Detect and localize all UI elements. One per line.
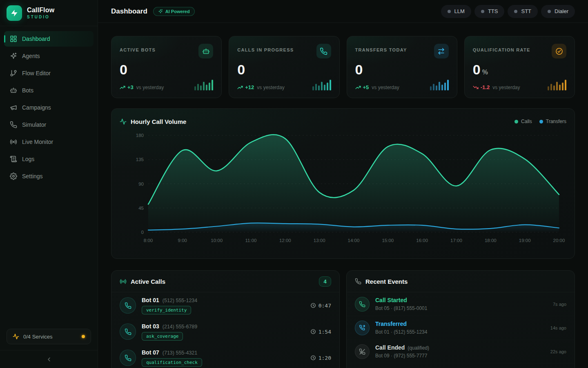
stat-card-top: ACTIVE BOTS [120,44,213,58]
event-qualifier: (qualified) [408,345,429,351]
call-info: Bot 03 (214) 555-6789 ask_coverage [142,323,197,341]
phone-fwd-icon [359,325,365,331]
event-time: 7s ago [553,302,566,307]
dashboard-content: ACTIVE BOTS 0 +3 vs yesterday CALLS IN P… [98,23,588,368]
status-pill-label: STT [521,8,531,14]
event-row-call-started[interactable]: Call Started [347,364,575,368]
event-row-transferred[interactable]: Transferred Bot 01 · (512) 555-1234 14s … [347,316,575,340]
stat-label: CALLS IN PROGRESS [237,44,294,52]
event-time: 14s ago [550,325,566,330]
stat-label: QUALIFICATION RATE [473,44,530,52]
stat-icon-badge [316,44,331,58]
minibar [212,80,213,90]
event-avatar [355,344,370,359]
hourly-call-volume-svg: 045901351808:009:0010:0011:0012:0013:001… [120,127,567,246]
svg-text:180: 180 [136,133,144,138]
minibar [321,82,323,90]
stat-card-bottom: +12 vs yesterday [237,79,331,90]
event-info: Call Started Bot 05 · (817) 555-0001 [375,297,427,311]
active-call-row[interactable]: Bot 03 (214) 555-6789 ask_coverage 1:54 [111,319,339,345]
sidebar-item-flow-editor[interactable]: Flow Editor [4,65,94,81]
trend-up-icon [355,85,361,90]
event-row-call-ended[interactable]: Call Ended (qualified) Bot 09 · (972) 55… [347,340,575,364]
svg-text:20:00: 20:00 [553,238,565,243]
sidebar-collapse-button[interactable] [0,350,98,368]
call-phone-number: (214) 555-6789 [163,324,197,330]
sidebar-item-logs[interactable]: Logs [4,151,94,167]
status-pill-dialer[interactable]: Dialer [541,5,575,18]
sidebar-item-settings[interactable]: Settings [4,168,94,184]
legend-item-transfers[interactable]: Transfers [539,119,566,124]
call-flow-step-tag: ask_coverage [142,332,183,341]
arrows-lr-icon [437,47,445,55]
top-bar: Dashboard AI Powered LLM TTS STT Dialer [98,0,588,23]
status-pill-tts[interactable]: TTS [474,5,505,18]
recent-events-header: Recent Events [347,271,575,292]
bolt-icon [10,9,18,17]
svg-text:18:00: 18:00 [485,238,497,243]
sidebar-item-campaigns[interactable]: Campaigns [4,100,94,115]
services-status[interactable]: 0/4 Services [7,329,91,344]
main-area: Dashboard AI Powered LLM TTS STT Dialer … [98,0,588,368]
legend-item-calls[interactable]: Calls [514,119,532,124]
sparkles-icon [10,52,17,60]
stat-card-bottom: +5 vs yesterday [355,79,449,90]
minibar [315,84,317,90]
phone-icon [125,328,131,335]
stat-icon-badge [198,44,213,58]
bolt-icon [7,5,22,21]
svg-text:45: 45 [138,206,144,211]
sidebar-item-label: Flow Editor [22,70,51,76]
app-name: CallFlow [27,7,54,14]
call-bot-name: Bot 07 [142,349,159,356]
active-call-row[interactable]: Bot 01 (512) 555-1234 verify_identity 0:… [111,292,339,319]
event-title: Transferred [375,321,407,327]
stat-card-bottom: -1.2 vs yesterday [473,79,566,90]
stat-delta: +5 [355,84,369,90]
status-pill-stt[interactable]: STT [508,5,538,18]
sidebar-item-dashboard[interactable]: Dashboard [4,31,94,47]
sidebar-item-bots[interactable]: Bots [4,83,94,98]
svg-text:19:00: 19:00 [519,238,531,243]
ai-powered-label: AI Powered [165,9,190,14]
legend-dot-icon [539,120,543,123]
minibar [206,85,207,90]
minibar [194,86,196,90]
status-pill-llm[interactable]: LLM [441,5,471,18]
active-calls-title: Active Calls [131,278,165,285]
svg-text:13:00: 13:00 [314,238,325,243]
stat-icon-badge [434,44,449,58]
event-info: Call Ended (qualified) Bot 09 · (972) 55… [375,344,429,359]
check-circle-icon [555,47,563,55]
activity-icon [120,118,127,125]
sidebar-item-label: Settings [22,173,43,180]
event-detail: Bot 01 · (512) 555-1234 [375,329,427,335]
clock-icon [310,355,316,361]
stat-minibar-chart [430,79,449,90]
call-phone-number: (512) 555-1234 [163,298,197,303]
svg-text:11:00: 11:00 [245,238,257,243]
activity-icon [13,333,19,340]
scroll-icon [10,155,17,163]
minibar [556,82,558,90]
event-row-call-started[interactable]: Call Started Bot 05 · (817) 555-0001 7s … [347,292,575,316]
call-flow-step-tag: verify_identity [142,306,191,314]
sidebar-item-live-monitor[interactable]: Live Monitor [4,134,94,150]
stat-card-top: QUALIFICATION RATE [473,44,566,58]
status-dot-icon [481,10,484,13]
svg-text:10:00: 10:00 [211,238,223,243]
app-title-block: CallFlow STUDIO [27,7,54,19]
sidebar-item-agents[interactable]: Agents [4,48,94,64]
gear-icon [10,173,17,180]
svg-text:12:00: 12:00 [279,238,291,243]
sidebar-item-simulator[interactable]: Simulator [4,117,94,132]
svg-text:90: 90 [138,182,144,186]
radio-icon [120,278,127,285]
stat-card-bottom: +3 vs yesterday [120,79,213,90]
svg-text:0: 0 [141,230,144,235]
call-timer-value: 1:54 [318,329,331,335]
event-title: Call Ended [375,344,405,351]
legend-label: Calls [521,119,532,124]
active-call-row[interactable]: Bot 07 (713) 555-4321 qualification_chec… [111,345,339,368]
svg-text:8:00: 8:00 [144,238,153,243]
